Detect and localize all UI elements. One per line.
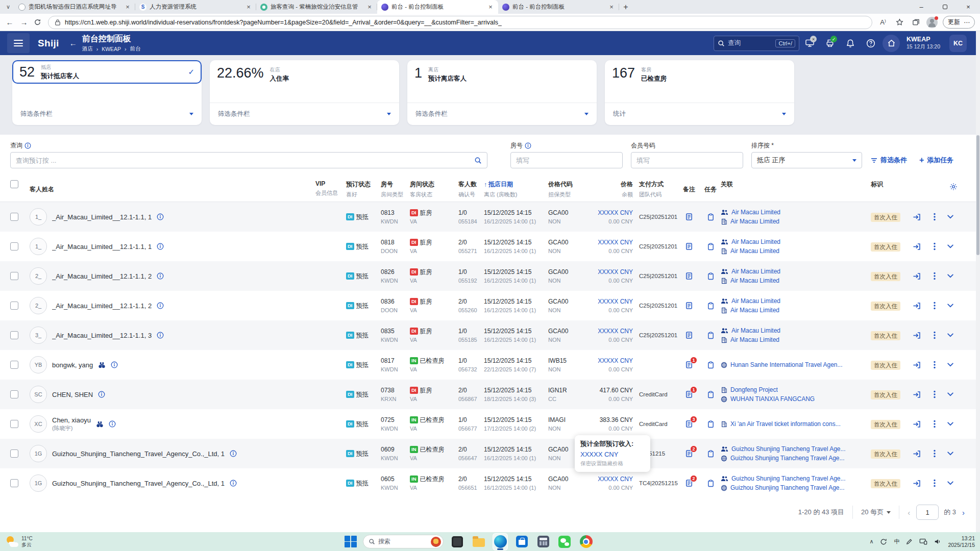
column-header[interactable]: 支付方式 团队代码: [633, 180, 678, 198]
expand-row-chevron-icon[interactable]: [947, 422, 953, 426]
info-icon[interactable]: [157, 213, 164, 220]
sort-ascending-icon[interactable]: ↑: [484, 181, 487, 188]
tasks-icon[interactable]: [707, 361, 715, 369]
kpi-card-3[interactable]: 1 离店 预计离店客人 筛选条件栏: [407, 60, 597, 125]
forward-icon[interactable]: →: [19, 18, 29, 27]
notes-icon[interactable]: [685, 331, 693, 339]
kpi-card-footer[interactable]: 筛选条件栏: [210, 103, 399, 125]
home-icon[interactable]: [881, 35, 901, 52]
related-party-link[interactable]: Air Macau Limited: [721, 217, 871, 226]
expand-row-chevron-icon[interactable]: [947, 333, 953, 337]
tasks-icon[interactable]: [707, 420, 715, 428]
taskbar-weather-widget[interactable]: 11°C 多云: [5, 532, 33, 551]
calculator-icon[interactable]: [535, 533, 551, 550]
tasks-icon[interactable]: [707, 391, 715, 398]
price[interactable]: XXXXX CNY: [582, 209, 633, 217]
user-avatar[interactable]: KC: [949, 35, 967, 52]
column-header[interactable]: 价格 余额: [582, 180, 633, 198]
breadcrumb-item[interactable]: 前台: [130, 45, 141, 53]
column-header[interactable]: 标识: [871, 180, 908, 198]
check-in-icon[interactable]: [913, 391, 921, 398]
search-highlight-icon[interactable]: [431, 537, 441, 547]
breadcrumb-item[interactable]: KWEAP: [102, 46, 121, 52]
notes-icon[interactable]: 1: [685, 361, 693, 369]
fiscal-printer-icon[interactable]: ✓: [820, 39, 840, 47]
tasks-icon[interactable]: [707, 272, 715, 280]
related-party-link[interactable]: Guizhou Shunjing Tiancheng Travel Age...: [721, 454, 871, 462]
row-checkbox[interactable]: [10, 331, 18, 339]
row-checkbox[interactable]: [10, 479, 18, 487]
kebab-menu-icon[interactable]: [934, 361, 936, 369]
expand-row-chevron-icon[interactable]: [947, 215, 953, 219]
related-party-link[interactable]: Air Macau Limited: [721, 238, 871, 246]
browser-tab[interactable]: 旅客查询 - 紫楠旅馆业治安信息管 ×: [256, 0, 377, 14]
kpi-card-4[interactable]: 167 客房 已检查房 统计: [605, 60, 794, 125]
related-party-link[interactable]: Hunan Sanhe International Travel Agen...: [721, 361, 871, 369]
related-party-link[interactable]: Air Macau Limited: [721, 297, 871, 305]
taskbar-app-dark[interactable]: [450, 533, 465, 550]
select-all-checkbox[interactable]: [10, 180, 18, 188]
related-party-link[interactable]: Xi 'an Air Travel ticket information con…: [721, 420, 871, 428]
kpi-card-footer[interactable]: 筛选条件栏: [407, 103, 597, 125]
page-size-select[interactable]: 20 每页: [861, 508, 891, 517]
scrollbar-thumb[interactable]: [976, 135, 979, 255]
network-display-icon[interactable]: [919, 538, 927, 545]
check-in-icon[interactable]: [913, 272, 921, 280]
column-header[interactable]: 客人数 确认号: [458, 180, 484, 198]
back-arrow-icon[interactable]: ←: [69, 39, 77, 47]
kebab-menu-icon[interactable]: [934, 331, 936, 339]
tab-close-icon[interactable]: ×: [366, 3, 373, 11]
reservation-row[interactable]: 2_ _Air_Macau_Limited__12.1-1.1, 2 DI预抵 …: [0, 291, 976, 320]
notes-icon[interactable]: [685, 302, 693, 310]
info-icon[interactable]: [157, 302, 164, 309]
tasks-icon[interactable]: [707, 480, 715, 487]
ime-pen-icon[interactable]: [906, 538, 913, 545]
check-in-icon[interactable]: [913, 243, 921, 251]
refresh-icon[interactable]: [34, 18, 43, 26]
notes-icon[interactable]: 3: [685, 420, 693, 428]
kpi-card-footer[interactable]: 统计: [605, 103, 794, 125]
kebab-menu-icon[interactable]: [934, 390, 936, 398]
collections-icon[interactable]: [910, 18, 921, 26]
reservation-row[interactable]: 1_ _Air_Macau_Limited__12.1-1.1, 1 DI预抵 …: [0, 202, 976, 232]
tasks-icon[interactable]: [707, 332, 715, 339]
column-header[interactable]: 任务: [700, 180, 721, 198]
row-checkbox[interactable]: [10, 213, 18, 221]
tab-close-icon[interactable]: ×: [487, 3, 494, 11]
row-checkbox[interactable]: [10, 449, 18, 458]
tray-sync-icon[interactable]: [880, 538, 887, 545]
related-party-link[interactable]: Dongfeng Project: [721, 386, 871, 394]
related-party-link[interactable]: Air Macau Limited: [721, 336, 871, 344]
reservation-row[interactable]: 2_ _Air_Macau_Limited__12.1-1.1, 2 DI预抵 …: [0, 261, 976, 291]
tasks-icon[interactable]: [707, 302, 715, 310]
chrome-icon[interactable]: [578, 533, 594, 550]
window-maximize-button[interactable]: [933, 0, 957, 14]
next-page-icon[interactable]: ›: [962, 508, 965, 517]
reservation-row[interactable]: 1G Guizhou_Shunjing_Tiancheng_Travel_Age…: [0, 439, 976, 468]
workstation-icon[interactable]: ×: [799, 39, 820, 47]
row-checkbox[interactable]: [10, 361, 18, 369]
notes-icon[interactable]: 2: [685, 449, 693, 458]
related-party-link[interactable]: WUHAN TIANXIA FANGCANG: [721, 395, 871, 403]
check-in-icon[interactable]: [913, 361, 921, 369]
global-search-input[interactable]: 查询 Ctrl+/: [714, 36, 799, 51]
expand-row-chevron-icon[interactable]: [947, 481, 953, 485]
favorite-star-icon[interactable]: [894, 18, 905, 26]
check-in-icon[interactable]: [913, 213, 921, 221]
query-search-input[interactable]: [16, 157, 470, 164]
column-header[interactable]: 房间状态 客房状态: [410, 180, 458, 198]
start-button[interactable]: [345, 536, 357, 548]
kpi-card-1[interactable]: 52 抵店 预计抵店客人 ✓ 筛选条件栏: [12, 60, 202, 125]
check-in-icon[interactable]: [913, 480, 921, 487]
member-number-input[interactable]: [636, 157, 738, 164]
row-checkbox[interactable]: [10, 302, 18, 310]
microsoft-store-icon[interactable]: [514, 533, 529, 550]
column-header[interactable]: 备注: [678, 180, 700, 198]
edge-browser-icon[interactable]: [493, 533, 508, 550]
row-checkbox[interactable]: [10, 420, 18, 428]
read-aloud-icon[interactable]: A): [877, 18, 889, 26]
column-header[interactable]: 预订状态 喜好: [346, 180, 381, 198]
add-task-button[interactable]: + 添加任务: [919, 156, 953, 165]
column-header[interactable]: 客人姓名: [30, 180, 315, 198]
column-header[interactable]: 房号 房间类型: [381, 180, 410, 198]
